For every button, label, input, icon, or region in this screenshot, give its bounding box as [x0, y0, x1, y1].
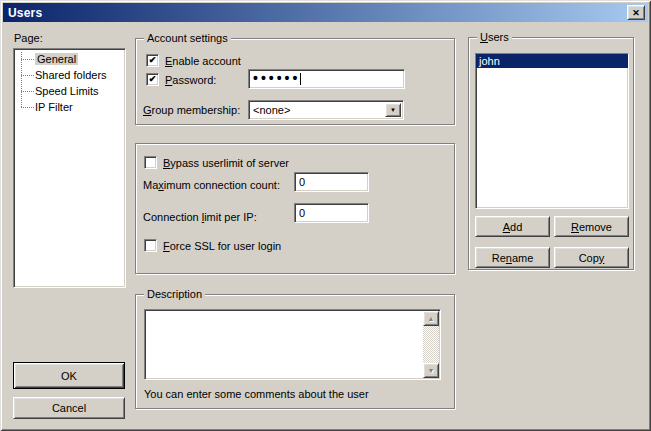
tree-branch-line — [21, 75, 34, 76]
window-title: Users — [8, 6, 42, 20]
page-label: Page: — [14, 32, 43, 45]
group-membership-value: <none> — [253, 104, 290, 116]
enable-account-checkbox[interactable]: ✔ — [146, 54, 159, 67]
max-connection-value: 0 — [299, 176, 305, 188]
tree-item-general[interactable]: General — [14, 51, 125, 67]
ok-button[interactable]: OK — [13, 362, 125, 389]
scroll-down-button[interactable]: ▼ — [423, 363, 439, 378]
group-membership-label: Group membership: — [143, 104, 240, 117]
description-group-title: Description — [144, 288, 205, 300]
rename-button[interactable]: Rename — [475, 247, 550, 268]
arrow-down-icon: ▼ — [428, 367, 435, 374]
scroll-up-button[interactable]: ▲ — [423, 311, 439, 326]
scrollbar[interactable]: ▲ ▼ — [423, 311, 439, 378]
user-list-item[interactable]: john — [476, 54, 628, 68]
tree-item-label: General — [35, 53, 78, 65]
arrow-up-icon: ▲ — [428, 315, 435, 322]
check-icon: ✔ — [149, 75, 157, 84]
tree-item-ip-filter[interactable]: IP Filter — [14, 99, 125, 115]
title-bar: Users — [3, 3, 648, 22]
tree-branch-line — [21, 91, 34, 92]
text-caret — [300, 73, 301, 85]
max-connection-input[interactable]: 0 — [294, 172, 369, 192]
dropdown-button[interactable]: ▼ — [385, 103, 401, 117]
force-ssl-label: Force SSL for user login — [163, 240, 281, 253]
remove-button[interactable]: Remove — [554, 216, 629, 237]
rename-button-label: Rename — [492, 252, 534, 264]
account-settings-group: Account settings ✔ Enable account ✔ Pass… — [135, 38, 455, 125]
enable-account-label: Enable account — [165, 55, 241, 68]
ip-limit-label: Connection limit per IP: — [143, 211, 257, 224]
password-input[interactable]: •••••• — [248, 69, 405, 89]
check-icon: ✔ — [149, 56, 157, 65]
description-group: Description ▲ ▼ You can enter some comme… — [135, 294, 455, 409]
chevron-down-icon: ▼ — [390, 107, 396, 113]
tree-branch-line — [21, 59, 34, 60]
tree-item-speed-limits[interactable]: Speed Limits — [14, 83, 125, 99]
tree-item-label: Shared folders — [35, 69, 107, 81]
description-hint: You can enter some comments about the us… — [144, 388, 369, 401]
page-tree: General Shared folders Speed Limits IP F… — [13, 48, 126, 288]
password-label: Password: — [165, 74, 216, 87]
bypass-userlimit-checkbox[interactable] — [144, 156, 157, 169]
tree-item-label: IP Filter — [35, 101, 73, 113]
users-dialog: Users ✕ Page: General Shared folders Spe… — [0, 0, 651, 431]
copy-button-label: Copy — [579, 252, 605, 264]
user-name: john — [479, 55, 500, 67]
account-settings-group-title: Account settings — [144, 32, 231, 44]
cancel-button[interactable]: Cancel — [13, 397, 125, 419]
max-connection-label: Maximum connection count: — [143, 179, 280, 192]
description-textarea[interactable]: ▲ ▼ — [144, 309, 441, 380]
ok-button-label: OK — [61, 370, 77, 382]
close-button[interactable]: ✕ — [627, 5, 645, 20]
tree-item-shared-folders[interactable]: Shared folders — [14, 67, 125, 83]
ip-limit-value: 0 — [299, 207, 305, 219]
users-group-title: Users — [477, 31, 512, 43]
tree-branch-line — [21, 107, 34, 108]
copy-button[interactable]: Copy — [554, 247, 629, 268]
close-icon: ✕ — [632, 8, 640, 18]
connection-limits-group: Bypass userlimit of server Maximum conne… — [135, 143, 455, 274]
add-button[interactable]: Add — [475, 216, 550, 237]
force-ssl-checkbox[interactable] — [144, 239, 157, 252]
password-checkbox[interactable]: ✔ — [146, 73, 159, 86]
add-button-label: Add — [503, 221, 523, 233]
password-value: •••••• — [253, 70, 300, 86]
group-membership-select[interactable]: <none> ▼ — [248, 100, 404, 120]
bypass-userlimit-label: Bypass userlimit of server — [163, 157, 289, 170]
ip-limit-input[interactable]: 0 — [294, 203, 369, 223]
remove-button-label: Remove — [571, 221, 612, 233]
users-list: john — [475, 53, 629, 209]
users-group: Users john Add Remove Rename Copy — [468, 37, 634, 270]
tree-item-label: Speed Limits — [35, 85, 99, 97]
cancel-button-label: Cancel — [52, 402, 86, 414]
